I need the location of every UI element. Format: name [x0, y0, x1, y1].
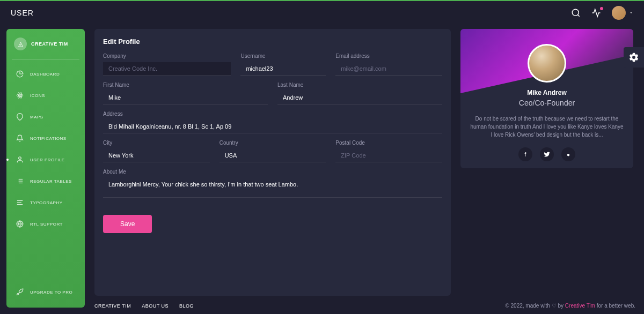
footer-copyright: © 2022, made with ♡ by Creative Tim for … — [505, 303, 635, 309]
address-label: Address — [103, 111, 442, 117]
main-content: Edit Profile Company Username Email addr… — [94, 29, 635, 296]
topbar-actions — [571, 6, 633, 20]
sidebar-item-typography[interactable]: TYPOGRAPHY — [12, 193, 79, 212]
settings-fab[interactable] — [624, 47, 644, 68]
page-title: USER — [11, 9, 34, 17]
city-label: City — [103, 140, 210, 146]
sidebar-nav: DASHBOARD ICONS MAPS NOTIFICATIONS USER … — [12, 65, 79, 283]
profile-bio: Do not be scared of the truth because we… — [469, 115, 625, 139]
sidebar-item-icons[interactable]: ICONS — [12, 86, 79, 104]
postal-input[interactable] — [335, 149, 442, 162]
activity-icon — [591, 8, 601, 18]
svg-point-5 — [19, 157, 21, 160]
email-label: Email address — [335, 53, 442, 59]
sidebar-item-label: TYPOGRAPHY — [30, 200, 63, 205]
about-label: About Me — [103, 169, 442, 175]
gear-icon — [628, 52, 639, 63]
svg-point-1 — [19, 95, 20, 96]
sidebar-brand[interactable]: ◬ CREATIVE TIM — [12, 35, 79, 53]
align-icon — [16, 199, 24, 206]
sidebar-item-user-profile[interactable]: USER PROFILE — [12, 151, 79, 169]
footer: CREATIVE TIM ABOUT US BLOG © 2022, made … — [94, 303, 635, 309]
brand-icon: ◬ — [14, 38, 27, 50]
sidebar-item-label: NOTIFICATIONS — [30, 136, 67, 141]
sidebar-item-notifications[interactable]: NOTIFICATIONS — [12, 129, 79, 147]
globe-icon — [16, 220, 24, 228]
social-row: f ● — [469, 147, 625, 161]
lastname-label: Last Name — [277, 82, 442, 88]
username-input[interactable] — [240, 62, 326, 76]
twitter-button[interactable] — [540, 147, 554, 161]
google-icon: ● — [567, 152, 570, 158]
footer-link-blog[interactable]: BLOG — [179, 303, 194, 309]
user-icon — [16, 156, 24, 163]
firstname-input[interactable] — [103, 91, 268, 104]
sidebar-item-rtl[interactable]: RTL SUPPORT — [12, 215, 79, 233]
pie-icon — [16, 70, 24, 78]
list-icon — [16, 177, 24, 185]
twitter-icon — [544, 151, 550, 158]
address-input[interactable] — [103, 120, 442, 133]
username-label: Username — [240, 53, 326, 59]
sidebar-item-label: USER PROFILE — [30, 158, 65, 162]
chevron-down-icon — [629, 11, 633, 15]
facebook-button[interactable]: f — [518, 147, 532, 161]
sidebar-item-label: ICONS — [30, 93, 45, 98]
topbar: USER — [0, 1, 644, 25]
firstname-label: First Name — [103, 82, 268, 88]
sidebar-item-maps[interactable]: MAPS — [12, 108, 79, 126]
sidebar-item-label: REGULAR TABLES — [30, 179, 72, 184]
sidebar-item-label: MAPS — [30, 115, 43, 119]
notification-dot — [600, 7, 603, 10]
google-button[interactable]: ● — [561, 147, 575, 161]
svg-point-0 — [572, 9, 579, 16]
sidebar-item-label: UPGRADE TO PRO — [30, 290, 72, 295]
divider — [12, 59, 79, 59]
profile-avatar[interactable] — [528, 44, 566, 83]
sidebar-item-tables[interactable]: REGULAR TABLES — [12, 172, 79, 190]
svg-point-2 — [17, 94, 23, 97]
footer-links: CREATIVE TIM ABOUT US BLOG — [94, 303, 194, 309]
pin-icon — [16, 113, 24, 121]
avatar-icon — [612, 6, 626, 20]
profile-card: Mike Andrew Ceo/Co-Founder Do not be sca… — [460, 29, 633, 168]
edit-profile-card: Edit Profile Company Username Email addr… — [94, 29, 451, 296]
lastname-input[interactable] — [277, 91, 442, 104]
atom-icon — [16, 92, 24, 99]
user-menu[interactable] — [612, 6, 633, 20]
profile-role: Ceo/Co-Founder — [469, 99, 625, 107]
company-label: Company — [103, 53, 231, 59]
rocket-icon — [16, 288, 24, 296]
sidebar-item-label: DASHBOARD — [30, 72, 60, 77]
city-input[interactable] — [103, 149, 210, 162]
facebook-icon: f — [525, 152, 526, 158]
bell-icon — [16, 134, 24, 142]
footer-link-creative-tim[interactable]: CREATIVE TIM — [94, 303, 131, 309]
card-title: Edit Profile — [103, 38, 442, 46]
search-button[interactable] — [571, 8, 581, 18]
brand-text: CREATIVE TIM — [31, 41, 68, 47]
footer-brand-link[interactable]: Creative Tim — [565, 303, 595, 309]
email-input[interactable] — [335, 62, 442, 76]
sidebar-item-dashboard[interactable]: DASHBOARD — [12, 65, 79, 83]
sidebar-bottom: UPGRADE TO PRO — [12, 283, 79, 301]
company-input[interactable] — [103, 62, 231, 76]
save-button[interactable]: Save — [103, 215, 152, 233]
footer-link-about[interactable]: ABOUT US — [142, 303, 169, 309]
activity-button[interactable] — [591, 8, 601, 18]
country-label: Country — [219, 140, 326, 146]
profile-name: Mike Andrew — [469, 89, 625, 96]
sidebar: ◬ CREATIVE TIM DASHBOARD ICONS MAPS NOTI… — [6, 29, 85, 308]
search-icon — [571, 8, 581, 18]
sidebar-item-upgrade[interactable]: UPGRADE TO PRO — [12, 283, 79, 301]
country-input[interactable] — [219, 149, 326, 162]
postal-label: Postal Code — [335, 140, 442, 146]
sidebar-item-label: RTL SUPPORT — [30, 222, 63, 227]
about-textarea[interactable] — [103, 178, 442, 198]
